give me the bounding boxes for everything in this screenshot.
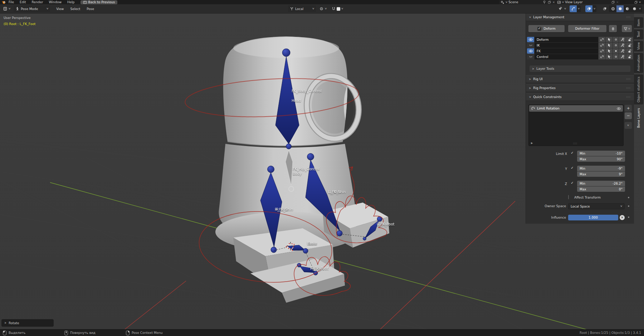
layer-name[interactable]: IK xyxy=(535,43,598,48)
owner-space-dropdown[interactable]: Local Space ∨ xyxy=(568,203,625,209)
radio-dot-filled-icon[interactable] xyxy=(613,48,619,54)
wrench-icon[interactable] xyxy=(619,54,626,59)
pin-icon[interactable] xyxy=(542,0,546,4)
cursor-icon[interactable] xyxy=(606,48,613,54)
layer-row-deform[interactable]: Deform xyxy=(527,37,633,42)
eye-icon[interactable] xyxy=(617,107,621,111)
radio-dot-icon[interactable] xyxy=(613,43,619,48)
drag-dots-icon[interactable]: ∷∷ xyxy=(573,142,577,145)
constraint-list[interactable]: Limit Rotation ▶ ∷∷ xyxy=(528,104,624,146)
section-rig-ui[interactable]: ∨ Rig UI ∷∷ xyxy=(526,75,634,83)
blender-logo-icon[interactable] xyxy=(2,0,6,4)
filter-dropdown-button[interactable]: ∨ xyxy=(622,25,632,32)
radio-dot-icon[interactable] xyxy=(613,54,619,59)
menu-help[interactable]: Help xyxy=(64,0,78,4)
new-scene-icon[interactable] xyxy=(547,0,551,4)
limit-z-min-field[interactable]: Min -26.2° xyxy=(577,181,625,186)
section-quick-constraints[interactable]: ∨ Quick Constraints ∷∷ xyxy=(526,93,634,101)
menu-window[interactable]: Window xyxy=(46,0,65,4)
snap-target-icon[interactable] xyxy=(337,7,340,11)
lock-icon[interactable] xyxy=(626,37,633,42)
mode-dropdown[interactable]: Pose Mode ∨ xyxy=(14,5,50,12)
limit-x-max-field[interactable]: Max 90° xyxy=(577,156,625,162)
drag-dots-icon[interactable]: ∷∷ xyxy=(626,96,631,99)
deform-toggle-button[interactable]: Deform xyxy=(528,25,565,32)
layer-name[interactable]: Control xyxy=(535,54,598,59)
delete-layer-button[interactable] xyxy=(609,25,617,32)
transform-orientation-dropdown[interactable]: Local ∨ xyxy=(288,5,316,12)
limit-z-max-field[interactable]: Max 0° xyxy=(577,186,625,192)
section-layer-management[interactable]: ∨ Layer Management ∷∷ xyxy=(526,13,634,21)
editor-type-button[interactable]: ∨ xyxy=(1,5,12,12)
menu-pose[interactable]: Pose xyxy=(83,7,97,11)
drag-dots-icon[interactable]: ∷∷ xyxy=(626,78,631,81)
radio-dot-icon[interactable] xyxy=(613,37,619,42)
deformer-filter-button[interactable]: Deformer Filter xyxy=(568,25,606,32)
limit-y-min-field[interactable]: Min -9° xyxy=(577,166,625,171)
drag-dots-icon[interactable]: ∷∷ xyxy=(626,87,631,90)
list-expand-icon[interactable]: ▶ xyxy=(531,142,533,145)
scene-name[interactable]: Scene xyxy=(508,0,541,4)
shading-wireframe-button[interactable] xyxy=(609,5,616,12)
menu-view[interactable]: View xyxy=(53,7,67,11)
layer-row-ik[interactable]: IK xyxy=(527,43,633,48)
decorator-dot[interactable] xyxy=(628,197,629,198)
snapping-controls[interactable]: ∨ xyxy=(330,5,345,12)
scene-selector[interactable]: ∨ Scene ✕ xyxy=(499,0,556,4)
sidebar-tab-animation[interactable]: Animation xyxy=(634,53,643,73)
sidebar-tab-tool[interactable]: Tool xyxy=(634,29,643,39)
add-constraint-button[interactable]: + xyxy=(625,105,632,112)
menu-select[interactable]: Select xyxy=(67,7,83,11)
layer-name[interactable]: FK xyxy=(535,48,598,54)
decorator-dot[interactable] xyxy=(628,216,629,218)
sidebar-tab-view[interactable]: View xyxy=(634,41,643,52)
shading-solid-button[interactable] xyxy=(616,5,624,12)
close-scene-icon[interactable]: ✕ xyxy=(552,1,555,4)
operator-panel-rotate[interactable]: ∨ Rotate xyxy=(1,319,54,327)
lock-icon[interactable] xyxy=(626,43,633,48)
limit-y-max-field[interactable]: Max 9° xyxy=(577,171,625,177)
menu-edit[interactable]: Edit xyxy=(17,0,29,4)
shading-material-button[interactable] xyxy=(624,5,631,12)
constraint-specials-button[interactable]: ∨ xyxy=(625,122,632,129)
wrench-icon[interactable] xyxy=(619,37,626,42)
visibility-eye-closed-icon[interactable] xyxy=(527,43,534,48)
deform-checkbox[interactable] xyxy=(537,27,541,31)
link-icon[interactable] xyxy=(599,43,605,48)
show-overlays-toggle[interactable]: ∨ xyxy=(585,5,596,12)
visibility-eye-icon[interactable] xyxy=(527,37,534,42)
sidebar-tab-object-statistics[interactable]: Object statistics xyxy=(634,74,643,104)
link-icon[interactable] xyxy=(599,48,605,54)
subpanel-layer-tools[interactable]: ∨ Layer Tools xyxy=(530,65,630,72)
cursor-icon[interactable] xyxy=(606,37,613,42)
view-layer-name[interactable]: View Layer xyxy=(565,0,610,4)
layer-name[interactable]: Deform xyxy=(535,37,598,42)
window-workspace-button[interactable]: ∨ xyxy=(633,0,644,4)
influence-slider[interactable]: 1.000 xyxy=(568,215,618,220)
cursor-icon[interactable] xyxy=(606,54,613,59)
link-icon[interactable] xyxy=(599,54,605,59)
close-layer-icon[interactable]: ✕ xyxy=(616,1,619,4)
sidebar-tab-item[interactable]: Item xyxy=(634,17,643,28)
visibility-eye-icon[interactable] xyxy=(527,48,534,54)
decorator-dot[interactable] xyxy=(628,205,629,207)
drag-dots-icon[interactable]: ∷∷ xyxy=(626,16,631,19)
lock-icon[interactable] xyxy=(626,48,633,54)
affect-transform-checkbox[interactable] xyxy=(568,195,569,199)
shading-rendered-button[interactable] xyxy=(631,5,638,12)
new-layer-icon[interactable] xyxy=(611,0,615,4)
layer-row-control[interactable]: Control xyxy=(527,54,633,59)
constraint-item-limit-rotation[interactable]: Limit Rotation xyxy=(529,105,623,112)
view-layer-selector[interactable]: ∨ View Layer ✕ xyxy=(556,0,620,4)
wrench-icon[interactable] xyxy=(619,48,626,54)
menu-file[interactable]: File xyxy=(6,0,17,4)
section-rig-properties[interactable]: ∨ Rig Properties ∷∷ xyxy=(526,84,634,92)
wrench-icon[interactable] xyxy=(619,43,626,48)
layer-row-fk[interactable]: FK xyxy=(527,48,633,54)
cursor-icon[interactable] xyxy=(606,43,613,48)
back-to-previous-button[interactable]: Back to Previous xyxy=(80,0,118,4)
clear-influence-button[interactable]: ✕ xyxy=(620,215,625,220)
show-gizmo-toggle[interactable]: ∨ xyxy=(557,5,567,12)
lock-icon[interactable] xyxy=(626,54,633,59)
sidebar-tab-bone-layers[interactable]: Bone Layers xyxy=(634,106,643,130)
